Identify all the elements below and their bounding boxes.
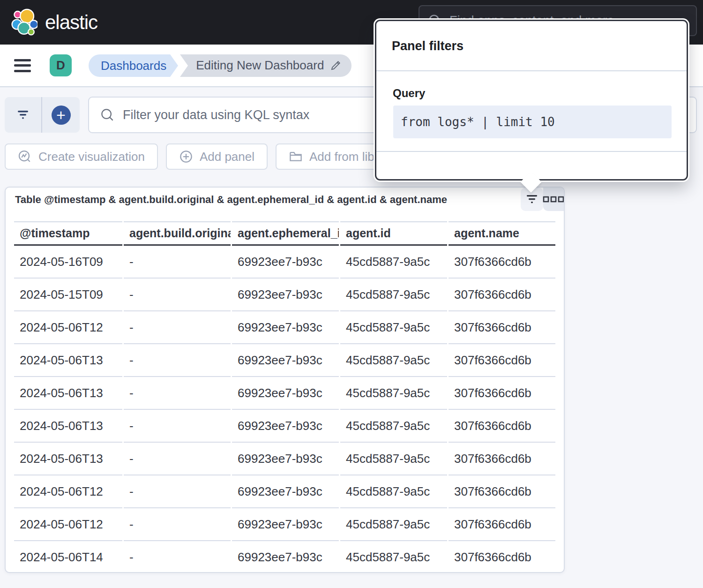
table-cell[interactable]: 2024-05-06T13 xyxy=(14,410,122,443)
table-cell[interactable]: 69923ee7-b93c xyxy=(232,443,339,475)
table-row: 2024-05-06T13-69923ee7-b93c45cd5887-9a5c… xyxy=(14,410,557,443)
table-cell[interactable]: - xyxy=(124,475,231,508)
breadcrumb-current[interactable]: Editing New Dashboard xyxy=(180,54,352,77)
create-visualization-button[interactable]: Create visualization xyxy=(5,143,158,170)
column-header-0[interactable]: @timestamp xyxy=(14,221,122,246)
table-row: 2024-05-06T12-69923ee7-b93c45cd5887-9a5c… xyxy=(14,475,557,508)
pencil-icon[interactable] xyxy=(330,60,341,71)
table-cell[interactable]: 307f6366cd6b xyxy=(449,475,555,508)
elastic-logo-icon xyxy=(11,8,37,37)
table-cell[interactable]: 307f6366cd6b xyxy=(449,377,555,410)
table-cell[interactable]: 45cd5887-9a5c xyxy=(340,246,447,279)
table-panel: Table @timestamp & agent.build.original … xyxy=(5,187,565,573)
table-cell[interactable]: 307f6366cd6b xyxy=(449,541,555,573)
table-row: 2024-05-06T12-69923ee7-b93c45cd5887-9a5c… xyxy=(14,508,557,541)
filter-list-button[interactable] xyxy=(5,97,42,133)
folder-icon xyxy=(289,150,303,164)
table-cell[interactable]: 45cd5887-9a5c xyxy=(340,344,447,377)
table-cell[interactable]: - xyxy=(124,344,231,377)
panel-options-button[interactable] xyxy=(543,188,564,211)
table-row: 2024-05-15T09-69923ee7-b93c45cd5887-9a5c… xyxy=(14,279,557,311)
table-cell[interactable]: 69923ee7-b93c xyxy=(232,475,339,508)
filter-controls-group: + xyxy=(5,97,80,133)
table-cell[interactable]: 69923ee7-b93c xyxy=(232,279,339,311)
plus-circle-icon xyxy=(179,150,193,164)
table-cell[interactable]: 45cd5887-9a5c xyxy=(340,508,447,541)
dashboard-actions: Create visualization Add panel Add from … xyxy=(5,143,409,170)
breadcrumb: Dashboards Editing New Dashboard xyxy=(89,54,352,77)
popover-title: Panel filters xyxy=(392,39,464,53)
table-cell[interactable]: - xyxy=(124,410,231,443)
plus-icon: + xyxy=(52,106,71,125)
query-label: Query xyxy=(393,87,425,100)
table-cell[interactable]: 69923ee7-b93c xyxy=(232,410,339,443)
column-header-1[interactable]: agent.build.original xyxy=(124,221,231,246)
table-cell[interactable]: 307f6366cd6b xyxy=(449,279,555,311)
table-cell[interactable]: 69923ee7-b93c xyxy=(232,508,339,541)
table-cell[interactable]: - xyxy=(124,541,231,573)
table-cell[interactable]: 307f6366cd6b xyxy=(449,508,555,541)
add-panel-button[interactable]: Add panel xyxy=(166,143,268,170)
kql-placeholder: Filter your data using KQL syntax xyxy=(123,108,309,122)
table-row: 2024-05-06T13-69923ee7-b93c45cd5887-9a5c… xyxy=(14,344,557,377)
data-grid: @timestampagent.build.originalagent.ephe… xyxy=(14,221,557,573)
filter-icon xyxy=(15,109,31,121)
boxes-horizontal-icon xyxy=(543,196,564,203)
table-cell[interactable]: 69923ee7-b93c xyxy=(232,377,339,410)
add-filter-button[interactable]: + xyxy=(42,97,80,133)
table-cell[interactable]: 69923ee7-b93c xyxy=(232,311,339,344)
table-cell[interactable]: 2024-05-15T09 xyxy=(14,279,122,311)
table-cell[interactable]: 307f6366cd6b xyxy=(449,344,555,377)
filter-icon xyxy=(524,194,539,205)
table-cell[interactable]: 45cd5887-9a5c xyxy=(340,377,447,410)
menu-hamburger-button[interactable] xyxy=(14,59,31,72)
create-visualization-label: Create visualization xyxy=(38,150,145,164)
brand-wordmark: elastic xyxy=(45,11,97,34)
table-cell[interactable]: 307f6366cd6b xyxy=(449,311,555,344)
query-code-block: from logs* | limit 10 xyxy=(393,106,672,138)
table-cell[interactable]: - xyxy=(124,508,231,541)
table-cell[interactable]: 69923ee7-b93c xyxy=(232,541,339,573)
data-grid-body: 2024-05-16T09-69923ee7-b93c45cd5887-9a5c… xyxy=(14,246,557,573)
table-cell[interactable]: 2024-05-06T12 xyxy=(14,311,122,344)
table-cell[interactable]: 307f6366cd6b xyxy=(449,246,555,279)
table-cell[interactable]: - xyxy=(124,246,231,279)
table-cell[interactable]: - xyxy=(124,377,231,410)
table-cell[interactable]: 45cd5887-9a5c xyxy=(340,443,447,475)
column-header-4[interactable]: agent.name xyxy=(449,221,555,246)
table-cell[interactable]: 2024-05-06T13 xyxy=(14,377,122,410)
table-cell[interactable]: 307f6366cd6b xyxy=(449,410,555,443)
divider xyxy=(376,70,687,71)
lens-icon xyxy=(18,150,32,164)
table-cell[interactable]: - xyxy=(124,443,231,475)
divider xyxy=(376,151,687,152)
table-cell[interactable]: 45cd5887-9a5c xyxy=(340,311,447,344)
table-cell[interactable]: 2024-05-06T12 xyxy=(14,475,122,508)
table-cell[interactable]: 69923ee7-b93c xyxy=(232,246,339,279)
table-cell[interactable]: - xyxy=(124,311,231,344)
breadcrumb-dashboards[interactable]: Dashboards xyxy=(89,54,170,77)
table-row: 2024-05-06T12-69923ee7-b93c45cd5887-9a5c… xyxy=(14,311,557,344)
column-header-3[interactable]: agent.id xyxy=(340,221,447,246)
table-cell[interactable]: 2024-05-06T13 xyxy=(14,443,122,475)
table-cell[interactable]: 45cd5887-9a5c xyxy=(340,475,447,508)
table-cell[interactable]: 45cd5887-9a5c xyxy=(340,410,447,443)
space-avatar[interactable]: D xyxy=(50,54,72,76)
table-cell[interactable]: - xyxy=(124,279,231,311)
table-cell[interactable]: 45cd5887-9a5c xyxy=(340,541,447,573)
table-cell[interactable]: 2024-05-16T09 xyxy=(14,246,122,279)
query-value: from logs* | limit 10 xyxy=(401,115,555,129)
table-cell[interactable]: 2024-05-06T13 xyxy=(14,344,122,377)
search-icon xyxy=(100,108,114,122)
table-cell[interactable]: 45cd5887-9a5c xyxy=(340,279,447,311)
table-cell[interactable]: 2024-05-06T12 xyxy=(14,508,122,541)
add-panel-label: Add panel xyxy=(200,150,254,164)
column-header-2[interactable]: agent.ephemeral_id xyxy=(232,221,339,246)
table-cell[interactable]: 69923ee7-b93c xyxy=(232,344,339,377)
data-grid-header-row: @timestampagent.build.originalagent.ephe… xyxy=(14,221,557,246)
breadcrumb-current-label: Editing New Dashboard xyxy=(196,58,324,73)
table-row: 2024-05-06T13-69923ee7-b93c45cd5887-9a5c… xyxy=(14,443,557,475)
table-cell[interactable]: 307f6366cd6b xyxy=(449,443,555,475)
table-cell[interactable]: 2024-05-06T14 xyxy=(14,541,122,573)
table-row: 2024-05-16T09-69923ee7-b93c45cd5887-9a5c… xyxy=(14,246,557,279)
